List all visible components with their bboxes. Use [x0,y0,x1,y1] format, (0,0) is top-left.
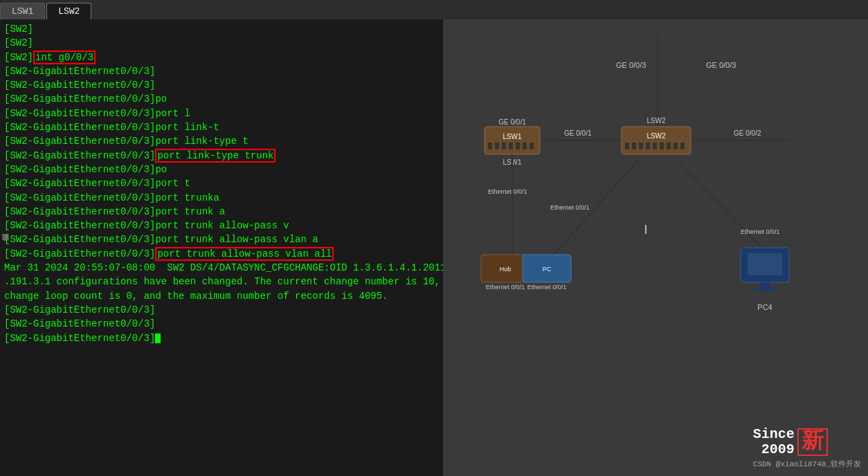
terminal-line: [SW2-GigabitEthernet0/0/3]port link-type… [4,134,439,148]
svg-text:LSW2: LSW2 [647,132,666,140]
svg-rect-14 [502,143,506,149]
terminal-line: [SW2]int g0/0/3 [4,51,439,64]
svg-text:Ethernet 0/0/1: Ethernet 0/0/1 [486,284,525,291]
svg-rect-16 [516,143,520,149]
terminal-line: [SW2-GigabitEthernet0/0/3]port t [4,176,439,190]
svg-text:I: I [644,223,647,237]
sys-message-line1: Mar 31 2024 20:55:07-08:00 SW2 DS/4/DATA… [4,261,439,275]
boxed-command: port link-type trunk [155,149,275,163]
terminal-line: [SW2-GigabitEthernet0/0/3] [4,303,439,317]
svg-rect-0 [443,19,868,476]
diagram-svg: GE 0/0/3 GE 0/0/3 GE 0/0/1 GE 0/0/2 LSW1 [443,19,868,476]
svg-text:LSW2: LSW2 [647,117,666,125]
terminal-line: [SW2-GigabitEthernet0/0/3]port trunk all… [4,232,439,246]
svg-text:GE 0/0/1: GE 0/0/1 [498,118,526,126]
svg-text:GE 0/0/3: GE 0/0/3 [706,61,736,69]
tab-bar: LSW1 LSW2 [0,0,868,19]
svg-text:Ethernet 0/0/1: Ethernet 0/0/1 [741,228,780,235]
network-diagram: GE 0/0/3 GE 0/0/3 GE 0/0/1 GE 0/0/2 LSW1 [443,19,868,476]
svg-rect-30 [673,143,678,149]
terminal-line: [SW2] [4,22,439,36]
svg-rect-44 [760,282,770,288]
terminal-line: [SW2-GigabitEthernet0/0/3] [4,331,439,345]
svg-rect-25 [639,143,643,149]
boxed-command: int g0/0/3 [33,51,96,64]
svg-text:Ethernet 0/0/1: Ethernet 0/0/1 [488,188,527,195]
sys-message-line3: change loop count is 0, and the maximum … [4,289,439,303]
svg-text:Hub: Hub [500,266,512,273]
cursor [155,333,161,343]
terminal-line: [SW2-GigabitEthernet0/0/3] [4,78,439,92]
svg-rect-13 [495,143,499,149]
svg-rect-18 [530,143,534,149]
watermark-year: 2009 [753,442,795,457]
watermark: Since 2009 新 CSDN @xiaoli8748_软件开发 [753,427,861,469]
main-area: [SW2] [SW2] [SW2]int g0/0/3 [SW2-Gigabit… [0,19,868,476]
svg-rect-17 [523,143,527,149]
svg-rect-23 [625,143,629,149]
svg-rect-28 [660,143,664,149]
svg-rect-12 [488,143,492,149]
watermark-csdn: CSDN @xiaoli8748_软件开发 [753,459,861,469]
svg-text:GE 0/0/3: GE 0/0/3 [616,61,646,69]
svg-text:LSW1: LSW1 [503,133,522,140]
terminal-line: [SW2-GigabitEthernet0/0/3]port trunka [4,191,439,205]
svg-text:PC: PC [543,266,552,273]
terminal-line: [SW2-GigabitEthernet0/0/3]port l [4,107,439,120]
tab-lsw1-label: LSW1 [12,6,33,17]
terminal-line: [SW2-GigabitEthernet0/0/3] [4,64,439,78]
svg-rect-15 [509,143,513,149]
svg-rect-31 [680,143,685,149]
boxed-command: port trunk allow-pass vlan all [155,247,334,261]
svg-rect-29 [667,143,671,149]
terminal-line: [SW2-GigabitEthernet0/0/3]port link-type… [4,149,439,163]
svg-rect-10 [485,127,540,154]
terminal-line: [SW2-GigabitEthernet0/0/3]port trunk all… [4,219,439,232]
svg-text:GE 0/0/1: GE 0/0/1 [564,129,592,137]
terminal-panel[interactable]: [SW2] [SW2] [SW2]int g0/0/3 [SW2-Gigabit… [0,19,443,476]
svg-rect-24 [632,143,636,149]
terminal-line: [SW2-GigabitEthernet0/0/3]po [4,92,439,106]
svg-text:GE 0/0/2: GE 0/0/2 [734,129,761,137]
watermark-since: Since [753,427,795,442]
svg-rect-21 [622,127,691,154]
terminal-line: [SW2] [4,36,439,50]
terminal-line: [SW2-GigabitEthernet0/0/3]port link-t [4,120,439,134]
svg-text:Ethernet 0/0/1: Ethernet 0/0/1 [527,284,567,291]
terminal-line: [SW2-GigabitEthernet0/0/3]port trunk all… [4,247,439,261]
tab-lsw2-label: LSW2 [58,6,80,17]
tab-lsw1[interactable]: LSW1 [0,3,45,19]
svg-rect-45 [754,288,775,291]
terminal-line: [SW2-GigabitEthernet0/0/3] [4,317,439,331]
sys-message-line2: .191.3.1 configurations have been change… [4,275,439,289]
terminal-line: [SW2-GigabitEthernet0/0/3]po [4,163,439,176]
svg-rect-43 [748,253,782,275]
svg-rect-26 [646,143,650,149]
svg-text:PC4: PC4 [757,303,772,311]
watermark-brand: 新 [797,428,828,456]
terminal-line: [SW2-GigabitEthernet0/0/3]port trunk a [4,205,439,219]
svg-rect-27 [653,143,657,149]
tab-lsw2[interactable]: LSW2 [46,3,91,19]
svg-text:Ethernet 0/0/1: Ethernet 0/0/1 [550,204,590,211]
